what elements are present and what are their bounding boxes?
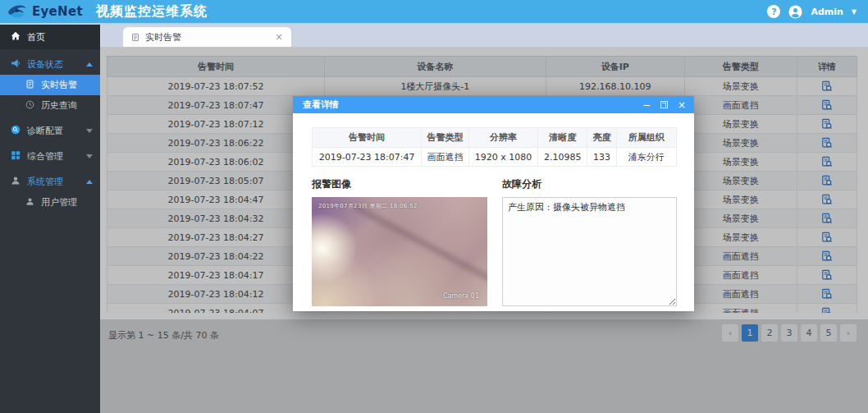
sidebar-group-integrated-management[interactable]: 综合管理 bbox=[0, 146, 100, 167]
sidebar: 首页 设备状态 实时告警 历史查询 诊断配置 bbox=[0, 25, 100, 413]
top-header: EyeNet 视频监控运维系统 ? Admin ▼ bbox=[0, 0, 868, 25]
mcol-alarm-type: 告警类型 bbox=[422, 128, 469, 148]
tab-label: 实时告警 bbox=[145, 31, 181, 44]
integrated-management-icon bbox=[11, 150, 21, 163]
mval-organization: 浦东分行 bbox=[616, 148, 676, 167]
diagnosis-icon bbox=[11, 125, 21, 137]
header-actions: ? Admin ▼ bbox=[767, 5, 868, 19]
mval-clarity: 2.10985 bbox=[538, 148, 587, 167]
app-title: 视频监控运维系统 bbox=[96, 3, 208, 21]
logo: EyeNet bbox=[0, 2, 91, 22]
sidebar-item-user-management[interactable]: 用户管理 bbox=[0, 192, 100, 213]
image-camera-label: Camera 01 bbox=[443, 292, 479, 300]
history-icon bbox=[25, 100, 34, 112]
logo-text: EyeNet bbox=[32, 4, 83, 19]
mcol-brightness: 亮度 bbox=[587, 128, 617, 148]
modal-sections: 报警图像 2019年07月23日 星期二 18:06:52 Camera 01 … bbox=[312, 177, 677, 309]
home-icon bbox=[11, 31, 21, 44]
modal-minimize-icon[interactable]: − bbox=[642, 100, 651, 110]
tab-realtime-alarm[interactable]: 实时告警 × bbox=[123, 27, 291, 47]
user-menu[interactable]: Admin bbox=[811, 7, 843, 17]
eyenet-logo-icon bbox=[7, 2, 28, 22]
help-icon[interactable]: ? bbox=[767, 5, 780, 18]
mval-brightness: 133 bbox=[587, 148, 617, 167]
system-management-icon bbox=[11, 176, 21, 188]
mval-alarm-type: 画面遮挡 bbox=[422, 148, 469, 167]
image-dark-streak bbox=[354, 204, 487, 299]
alarm-image-label: 报警图像 bbox=[312, 177, 487, 191]
chevron-down-icon bbox=[86, 129, 93, 133]
modal-close-icon[interactable]: × bbox=[678, 100, 686, 110]
modal-controls: − × bbox=[642, 100, 686, 110]
mval-resolution: 1920 x 1080 bbox=[468, 148, 537, 167]
detail-modal: 查看详情 − × 告警时间 告警类型 分辨率 清晰度 亮度 所属组织 201 bbox=[293, 96, 694, 311]
alarm-snapshot-image: 2019年07月23日 星期二 18:06:52 Camera 01 bbox=[312, 197, 487, 306]
modal-record-row: 2019-07-23 18:07:47 画面遮挡 1920 x 1080 2.1… bbox=[313, 148, 677, 167]
chevron-up-icon bbox=[86, 62, 93, 67]
modal-title: 查看详情 bbox=[303, 99, 339, 111]
mcol-alarm-time: 告警时间 bbox=[313, 128, 422, 148]
fault-analysis-textarea[interactable]: 产生原因：摄像头被异物遮挡 bbox=[502, 197, 677, 306]
tab-bar: 实时告警 × bbox=[100, 25, 868, 47]
chevron-up-icon bbox=[86, 180, 93, 184]
tab-document-icon bbox=[131, 33, 139, 42]
user-management-icon bbox=[25, 197, 34, 209]
modal-maximize-icon[interactable] bbox=[660, 101, 668, 108]
sidebar-item-home[interactable]: 首页 bbox=[0, 25, 100, 49]
realtime-alarm-icon bbox=[25, 80, 34, 91]
sidebar-group-diagnosis-config[interactable]: 诊断配置 bbox=[0, 121, 100, 141]
modal-body: 告警时间 告警类型 分辨率 清晰度 亮度 所属组织 2019-07-23 18:… bbox=[293, 113, 694, 309]
modal-record-table: 告警时间 告警类型 分辨率 清晰度 亮度 所属组织 2019-07-23 18:… bbox=[312, 127, 677, 167]
device-status-icon bbox=[11, 58, 21, 71]
fault-analysis-label: 故障分析 bbox=[502, 177, 677, 191]
sidebar-group-system-management[interactable]: 系统管理 bbox=[0, 172, 100, 192]
alarm-image-section: 报警图像 2019年07月23日 星期二 18:06:52 Camera 01 bbox=[312, 177, 487, 309]
tab-close-icon[interactable]: × bbox=[275, 32, 283, 42]
mcol-organization: 所属组织 bbox=[616, 128, 676, 148]
modal-header-row: 告警时间 告警类型 分辨率 清晰度 亮度 所属组织 bbox=[313, 128, 677, 148]
sidebar-item-realtime-alarm[interactable]: 实时告警 bbox=[0, 75, 100, 95]
mcol-resolution: 分辨率 bbox=[468, 128, 537, 148]
chevron-down-icon bbox=[86, 154, 93, 158]
app-window: EyeNet 视频监控运维系统 ? Admin ▼ 首页 bbox=[0, 0, 868, 413]
modal-header[interactable]: 查看详情 − × bbox=[293, 96, 694, 113]
mcol-clarity: 清晰度 bbox=[538, 128, 587, 148]
image-timestamp-overlay: 2019年07月23日 星期二 18:06:52 bbox=[318, 202, 418, 210]
mval-alarm-time: 2019-07-23 18:07:47 bbox=[313, 148, 422, 167]
fault-analysis-section: 故障分析 产生原因：摄像头被异物遮挡 bbox=[502, 177, 677, 309]
sidebar-item-history-query[interactable]: 历史查询 bbox=[0, 95, 100, 116]
user-menu-caret-icon[interactable]: ▼ bbox=[852, 8, 857, 16]
avatar-icon[interactable] bbox=[788, 5, 802, 19]
sidebar-group-device-status[interactable]: 设备状态 bbox=[0, 54, 100, 75]
